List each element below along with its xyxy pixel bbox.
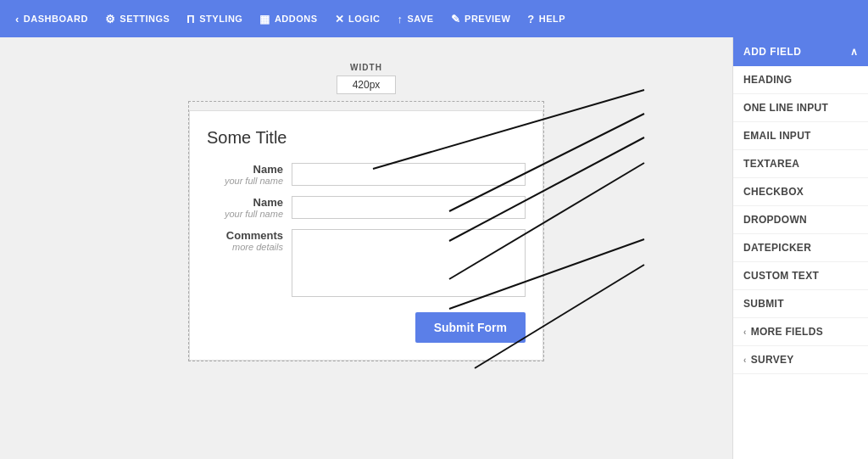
nav-label-settings: SETTINGS (120, 14, 170, 24)
sidebar-item-textarea[interactable]: TEXTAREA (733, 150, 868, 178)
nav-item-settings[interactable]: ⚙SETTINGS (97, 0, 179, 37)
right-sidebar: ADD FIELD ∧ HEADINGONE LINE INPUTEMAIL I… (732, 37, 868, 459)
sidebar-label-survey: SURVEY (751, 354, 794, 366)
sidebar-item-survey[interactable]: ‹SURVEY (733, 346, 868, 374)
nav-item-addons[interactable]: ▦ADDONS (251, 0, 326, 37)
nav-label-styling: STYLING (199, 14, 242, 24)
sidebar-item-email-input[interactable]: EMAIL INPUT (733, 122, 868, 150)
nav-label-logic: LOGIC (348, 14, 380, 24)
sidebar-header-label: ADD FIELD (743, 46, 802, 58)
settings-icon: ⚙ (105, 13, 116, 25)
sidebar-item-custom-text[interactable]: CUSTOM TEXT (733, 262, 868, 290)
nav-item-styling[interactable]: πSTYLING (178, 0, 251, 37)
sidebar-label-one-line-input: ONE LINE INPUT (743, 102, 828, 114)
form-field-name1: Nameyour full name (207, 163, 526, 186)
help-icon: ? (527, 13, 534, 25)
form-field-comments: Commentsmore details (207, 229, 526, 300)
sidebar-items-list: HEADINGONE LINE INPUTEMAIL INPUTTEXTAREA… (733, 66, 868, 374)
label-main-comments: Comments (207, 229, 283, 242)
styling-icon: π (186, 13, 195, 25)
sidebar-item-one-line-input[interactable]: ONE LINE INPUT (733, 94, 868, 122)
form-title: Some Title (207, 128, 526, 148)
label-hint-name1: your full name (207, 176, 283, 186)
main-area: WIDTH Some Title Nameyour full nameNamey… (0, 37, 868, 459)
dashboard-icon: ‹ (15, 13, 19, 25)
canvas-area: WIDTH Some Title Nameyour full nameNamey… (0, 37, 732, 459)
nav-label-save: SAVE (407, 14, 433, 24)
sidebar-item-heading[interactable]: HEADING (733, 66, 868, 94)
sidebar-label-datepicker: DATEPICKER (743, 242, 811, 254)
field-label-name1: Nameyour full name (207, 163, 292, 186)
field-input-wrapper-name2 (292, 196, 526, 219)
field-input-wrapper-name1 (292, 163, 526, 186)
field-input-wrapper-comments (292, 229, 526, 300)
width-input[interactable] (337, 76, 396, 94)
sidebar-label-custom-text: CUSTOM TEXT (743, 270, 819, 282)
save-icon: ↑ (397, 13, 403, 25)
form-container-wrapper: Some Title Nameyour full nameNameyour fu… (188, 101, 544, 361)
field-label-comments: Commentsmore details (207, 229, 292, 252)
sidebar-label-submit: SUBMIT (743, 298, 784, 310)
form-submit-row: Submit Form (207, 312, 526, 343)
field-label-name2: Nameyour full name (207, 196, 292, 219)
field-input-name2[interactable] (292, 196, 526, 219)
sidebar-label-email-input: EMAIL INPUT (743, 130, 811, 142)
label-hint-name2: your full name (207, 209, 283, 219)
nav-label-dashboard: DASHBOARD (24, 14, 88, 24)
nav-item-logic[interactable]: ✕LOGIC (326, 0, 389, 37)
nav-label-addons: ADDONS (275, 14, 318, 24)
submit-form-button[interactable]: Submit Form (415, 312, 526, 343)
width-input-row (337, 76, 396, 94)
width-label: WIDTH (350, 63, 382, 72)
nav-item-dashboard[interactable]: ‹DASHBOARD (7, 0, 97, 37)
nav-item-save[interactable]: ↑SAVE (388, 0, 442, 37)
field-textarea-comments[interactable] (292, 229, 526, 297)
sidebar-collapse-icon[interactable]: ∧ (850, 46, 859, 58)
sidebar-label-more-fields: MORE FIELDS (751, 326, 823, 338)
form-preview: Some Title Nameyour full nameNameyour fu… (189, 110, 543, 361)
sidebar-item-submit[interactable]: SUBMIT (733, 290, 868, 318)
nav-label-help: HELP (539, 14, 565, 24)
label-main-name2: Name (207, 196, 283, 209)
nav-label-preview: PREVIEW (465, 14, 510, 24)
label-hint-comments: more details (207, 242, 283, 252)
addons-icon: ▦ (259, 13, 270, 25)
chevron-more-fields: ‹ (743, 327, 747, 337)
sidebar-label-heading: HEADING (743, 74, 792, 86)
nav-item-help[interactable]: ?HELP (519, 0, 574, 37)
sidebar-item-datepicker[interactable]: DATEPICKER (733, 234, 868, 262)
label-main-name1: Name (207, 163, 283, 176)
sidebar-label-dropdown: DROPDOWN (743, 214, 807, 226)
sidebar-item-dropdown[interactable]: DROPDOWN (733, 206, 868, 234)
sidebar-header: ADD FIELD ∧ (733, 37, 868, 66)
sidebar-label-checkbox: CHECKBOX (743, 186, 804, 198)
field-input-name1[interactable] (292, 163, 526, 186)
top-navigation: ‹DASHBOARD⚙SETTINGSπSTYLING▦ADDONS✕LOGIC… (0, 0, 868, 37)
sidebar-item-more-fields[interactable]: ‹MORE FIELDS (733, 318, 868, 346)
preview-icon: ✎ (451, 13, 461, 25)
logic-icon: ✕ (335, 13, 345, 25)
form-fields: Nameyour full nameNameyour full nameComm… (207, 163, 526, 300)
form-field-name2: Nameyour full name (207, 196, 526, 219)
nav-item-preview[interactable]: ✎PREVIEW (442, 0, 520, 37)
sidebar-label-textarea: TEXTAREA (743, 158, 799, 170)
sidebar-item-checkbox[interactable]: CHECKBOX (733, 178, 868, 206)
chevron-survey: ‹ (743, 355, 747, 365)
